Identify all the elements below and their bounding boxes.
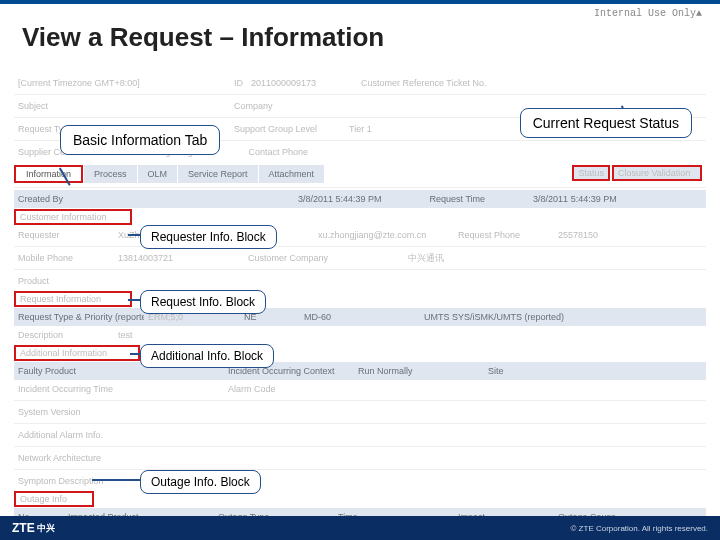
callout-basic-info: Basic Information Tab	[60, 125, 220, 155]
callout-requester-info: Requester Info. Block	[140, 225, 277, 249]
request-time-label: Request Time	[426, 193, 490, 205]
description-label: Description	[14, 329, 94, 341]
section-additional-info[interactable]: Additional Information	[14, 345, 140, 361]
faulty-product-label: Faulty Product	[14, 365, 114, 377]
created-value: 3/8/2011 5:44:39 PM	[294, 193, 386, 205]
footer: ZTE中兴 © ZTE Corporation. All rights rese…	[0, 516, 720, 540]
copyright: © ZTE Corporation. All rights reserved.	[571, 524, 709, 533]
tab-information[interactable]: Information	[14, 165, 83, 183]
id-value: 2011000009173	[247, 77, 357, 89]
tab-olm[interactable]: OLM	[138, 165, 178, 183]
company-label: Company	[230, 100, 277, 112]
internal-use-label: Internal Use Only▲	[594, 8, 702, 19]
contact-phone-label: Contact Phone	[245, 146, 313, 158]
tab-attachment[interactable]: Attachment	[259, 165, 325, 183]
site-label: Site	[484, 365, 508, 377]
mobile-value: 13814003721	[114, 252, 214, 264]
incident-time-label: Incident Occurring Time	[14, 383, 144, 395]
run-normally-value: Run Normally	[354, 365, 434, 377]
tier1-value: Tier 1	[345, 123, 376, 135]
callout-additional-info: Additional Info. Block	[140, 344, 274, 368]
alarm-code-label: Alarm Code	[224, 383, 280, 395]
closure-header: Closure Validation	[612, 165, 702, 181]
additional-alarm-label: Additional Alarm Info.	[14, 429, 144, 441]
system-version-label: System Version	[14, 406, 114, 418]
section-outage-info[interactable]: Outage Info	[14, 491, 94, 507]
tab-service-report[interactable]: Service Report	[178, 165, 258, 183]
id-label: ID	[230, 77, 247, 89]
request-phone-value: 25578150	[554, 229, 602, 241]
requester-label: Requester	[14, 229, 94, 241]
ne-value: MD-60	[300, 311, 360, 323]
symptom-label: Symptom Description	[14, 475, 144, 487]
description-value: test	[114, 329, 137, 341]
customer-company-label: Customer Company	[244, 252, 344, 264]
customer-company-value: 中兴通讯	[404, 251, 448, 266]
timezone: [Current Timezone GMT+8:00]	[14, 77, 144, 89]
callout-request-info: Request Info. Block	[140, 290, 266, 314]
email-value: xu.zhongjiang@zte.com.cn	[314, 229, 444, 241]
callout-current-status: Current Request Status	[520, 108, 692, 138]
customer-ref-label: Customer Reference Ticket No.	[357, 77, 487, 89]
section-customer-info[interactable]: Customer Information	[14, 209, 132, 225]
product-label: Product	[14, 275, 94, 287]
status-header: Status	[572, 165, 610, 181]
created-by-label: Created By	[14, 193, 94, 205]
logo: ZTE中兴	[12, 521, 55, 535]
request-time-value: 3/8/2011 5:44:39 PM	[529, 193, 621, 205]
section-request-info[interactable]: Request Information	[14, 291, 132, 307]
umts-value: UMTS SYS/iSMK/UMTS (reported)	[420, 311, 568, 323]
support-level-label: Support Group Level	[230, 123, 321, 135]
request-phone-label: Request Phone	[454, 229, 534, 241]
mobile-label: Mobile Phone	[14, 252, 94, 264]
network-arch-label: Network Architecture	[14, 452, 144, 464]
tab-process[interactable]: Process	[84, 165, 137, 183]
page-title: View a Request – Information	[22, 22, 720, 53]
subject-label: Subject	[14, 100, 94, 112]
req-type-prio-label: Request Type & Priority (reported)	[14, 311, 144, 323]
callout-outage-info: Outage Info. Block	[140, 470, 261, 494]
